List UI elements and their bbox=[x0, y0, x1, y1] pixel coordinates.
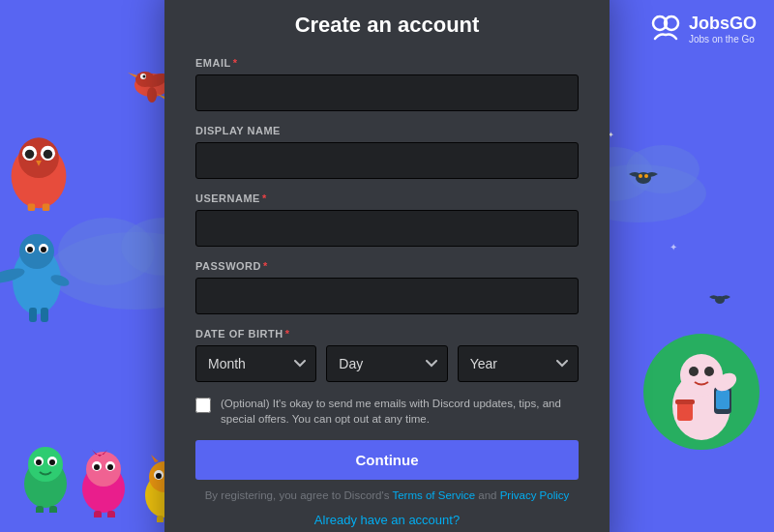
already-account-link[interactable]: Already have an account? bbox=[195, 513, 579, 527]
modal-overlay: Create an account EMAIL* DISPLAY NAME US… bbox=[0, 0, 774, 532]
privacy-link[interactable]: Privacy Policy bbox=[500, 489, 570, 501]
password-group: PASSWORD* bbox=[195, 260, 579, 314]
date-row: Month JanuaryFebruaryMarch AprilMayJune … bbox=[195, 345, 579, 382]
display-name-group: DISPLAY NAME bbox=[195, 125, 579, 179]
logo-text: JobsGO Jobs on the Go bbox=[689, 15, 757, 44]
day-select[interactable]: Day for(let i=1;i<=31;i++) document.writ… bbox=[326, 345, 447, 382]
year-select[interactable]: Year for(let y=2024;y>=1900;y--) documen… bbox=[458, 345, 579, 382]
email-label: EMAIL* bbox=[195, 57, 579, 69]
modal-title: Create an account bbox=[195, 13, 579, 38]
username-label: USERNAME* bbox=[195, 192, 579, 204]
marketing-checkbox-row: (Optional) It's okay to send me emails w… bbox=[195, 396, 579, 427]
dob-group: DATE OF BIRTH* Month JanuaryFebruaryMarc… bbox=[195, 328, 579, 382]
marketing-checkbox-label: (Optional) It's okay to send me emails w… bbox=[221, 396, 579, 427]
username-input[interactable] bbox=[195, 210, 579, 247]
password-input[interactable] bbox=[195, 278, 579, 314]
logo-subtitle: Jobs on the Go bbox=[689, 34, 757, 44]
continue-button[interactable]: Continue bbox=[195, 440, 579, 480]
email-group: EMAIL* bbox=[195, 57, 579, 111]
password-label: PASSWORD* bbox=[195, 260, 579, 272]
logo-icon bbox=[650, 14, 681, 45]
logo: JobsGO Jobs on the Go bbox=[650, 14, 757, 45]
tos-link[interactable]: Terms of Service bbox=[392, 489, 475, 501]
dob-label: DATE OF BIRTH* bbox=[195, 328, 579, 340]
month-select[interactable]: Month JanuaryFebruaryMarch AprilMayJune … bbox=[195, 345, 316, 382]
registration-modal: Create an account EMAIL* DISPLAY NAME US… bbox=[164, 0, 610, 532]
logo-title: JobsGO bbox=[689, 15, 757, 34]
display-name-label: DISPLAY NAME bbox=[195, 125, 579, 136]
marketing-checkbox[interactable] bbox=[195, 398, 211, 413]
email-input[interactable] bbox=[195, 74, 579, 111]
display-name-input[interactable] bbox=[195, 142, 579, 179]
tos-text: By registering, you agree to Discord's T… bbox=[195, 489, 579, 501]
username-group: USERNAME* bbox=[195, 192, 579, 247]
